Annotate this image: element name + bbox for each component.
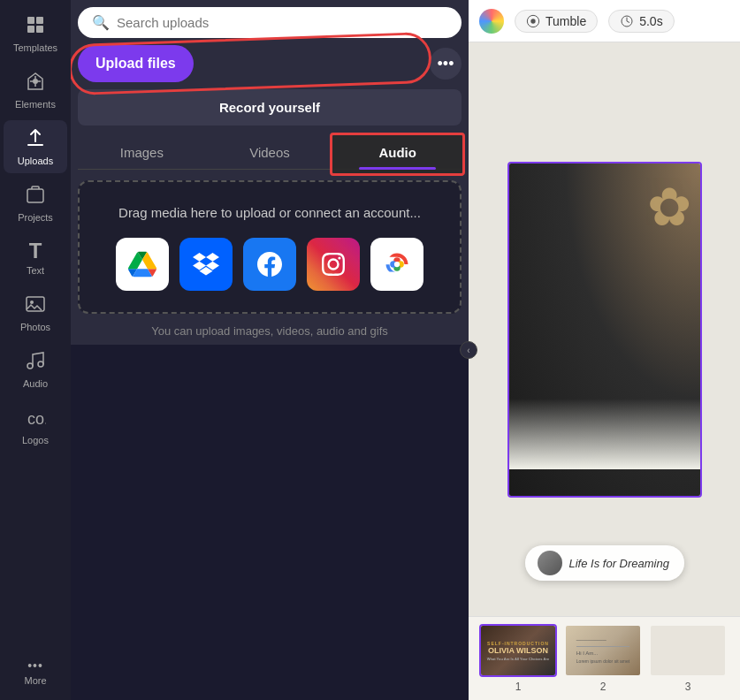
svg-rect-0 bbox=[27, 17, 34, 24]
floral-decoration: ✿ bbox=[647, 181, 691, 234]
service-icons bbox=[116, 238, 423, 291]
more-icon: ••• bbox=[27, 659, 43, 672]
google-drive-button[interactable] bbox=[116, 238, 169, 291]
upload-panel: 🔍 Upload files ••• Record yourself Image… bbox=[71, 0, 469, 700]
tumble-button[interactable]: Tumble bbox=[515, 10, 598, 33]
slide-viewport: ✿ Life Is for Dreaming bbox=[469, 42, 740, 616]
sidebar-item-logos[interactable]: co. Logos bbox=[4, 399, 67, 453]
color-orb[interactable] bbox=[479, 9, 504, 34]
canvas-area: Tumble 5.0s ✿ Life Is for Dreaming bbox=[469, 0, 740, 700]
uploads-icon bbox=[25, 127, 46, 152]
filmstrip-slide-3[interactable]: 3 bbox=[649, 624, 727, 693]
thumb-bg bbox=[651, 626, 725, 675]
audio-icon bbox=[25, 350, 46, 375]
text-icon: T bbox=[29, 240, 42, 262]
sidebar-item-label: Templates bbox=[13, 42, 57, 53]
music-pill[interactable]: Life Is for Dreaming bbox=[525, 545, 684, 581]
sidebar-item-label: Elements bbox=[15, 99, 56, 110]
film-thumb-image-2: ──────── Hi I Am... Lorem ipsum dolor si… bbox=[564, 624, 642, 677]
upload-btn-wrapper: Upload files bbox=[78, 45, 423, 82]
search-input[interactable] bbox=[117, 15, 447, 30]
sidebar-item-label: Projects bbox=[18, 212, 53, 223]
svg-point-9 bbox=[38, 361, 43, 367]
timer-button[interactable]: 5.0s bbox=[608, 10, 674, 33]
thumb-bg: ──────── Hi I Am... Lorem ipsum dolor si… bbox=[566, 626, 640, 675]
svg-point-17 bbox=[530, 19, 535, 23]
templates-icon bbox=[25, 14, 46, 39]
panel-collapse-handle[interactable]: ‹ bbox=[460, 341, 477, 359]
file-type-tabs: Images Videos Audio bbox=[78, 136, 462, 170]
sidebar-item-label: Photos bbox=[20, 322, 50, 332]
slide-number-1: 1 bbox=[515, 681, 522, 693]
more-options-button[interactable]: ••• bbox=[430, 48, 462, 80]
projects-icon bbox=[25, 184, 46, 209]
film-thumb-image-3 bbox=[649, 624, 727, 677]
music-avatar bbox=[538, 551, 562, 575]
search-bar: 🔍 bbox=[78, 7, 462, 38]
music-title: Life Is for Dreaming bbox=[569, 557, 669, 570]
logos-icon: co. bbox=[25, 407, 46, 431]
svg-point-15 bbox=[394, 261, 400, 266]
tab-audio[interactable]: Audio bbox=[333, 136, 462, 169]
svg-point-4 bbox=[33, 79, 38, 84]
sidebar: Templates Elements Uploads Proje bbox=[0, 0, 71, 700]
google-photos-button[interactable] bbox=[370, 238, 423, 291]
timer-label: 5.0s bbox=[639, 14, 662, 28]
sidebar-item-audio[interactable]: Audio bbox=[4, 343, 67, 396]
slide-card[interactable]: ✿ bbox=[507, 162, 702, 498]
tab-audio-wrapper: Audio bbox=[333, 136, 462, 169]
sidebar-item-label: Uploads bbox=[18, 156, 53, 166]
sidebar-item-templates[interactable]: Templates bbox=[4, 7, 67, 60]
slide-background: ✿ bbox=[509, 164, 700, 496]
drop-area-text: Drag media here to upload or connect an … bbox=[118, 203, 421, 224]
sidebar-item-label: Text bbox=[27, 265, 44, 276]
svg-point-8 bbox=[27, 363, 33, 369]
sidebar-item-label: Audio bbox=[23, 378, 48, 389]
upload-hint: You can upload images, videos, audio and… bbox=[78, 324, 462, 338]
instagram-button[interactable] bbox=[307, 238, 360, 291]
slide-number-2: 2 bbox=[600, 681, 606, 693]
sidebar-item-elements[interactable]: Elements bbox=[4, 64, 67, 117]
elements-icon bbox=[25, 71, 46, 95]
svg-rect-1 bbox=[36, 17, 43, 24]
svg-point-7 bbox=[30, 301, 34, 304]
sidebar-item-uploads[interactable]: Uploads bbox=[4, 120, 67, 173]
sidebar-item-label: More bbox=[24, 675, 46, 686]
svg-rect-6 bbox=[27, 297, 44, 311]
filmstrip-slide-1[interactable]: SELF-INTRODUCTION OLIVIA WILSON What You… bbox=[479, 624, 557, 693]
drop-area: Drag media here to upload or connect an … bbox=[78, 180, 462, 314]
photos-icon bbox=[25, 293, 46, 318]
sidebar-item-text[interactable]: T Text bbox=[4, 233, 67, 283]
tab-images[interactable]: Images bbox=[78, 136, 206, 169]
svg-text:co.: co. bbox=[27, 410, 46, 428]
record-yourself-button[interactable]: Record yourself bbox=[78, 89, 462, 126]
svg-rect-3 bbox=[36, 26, 43, 33]
tumble-label: Tumble bbox=[545, 14, 586, 28]
film-thumb-image-1: SELF-INTRODUCTION OLIVIA WILSON What You… bbox=[479, 624, 557, 677]
canvas-topbar: Tumble 5.0s bbox=[469, 0, 740, 42]
svg-rect-5 bbox=[27, 189, 43, 202]
thumb-bg: SELF-INTRODUCTION OLIVIA WILSON What You… bbox=[481, 626, 555, 675]
tab-videos[interactable]: Videos bbox=[206, 136, 334, 169]
upload-row: Upload files ••• bbox=[78, 45, 462, 82]
upload-files-button[interactable]: Upload files bbox=[78, 45, 194, 82]
filmstrip-slide-2[interactable]: ──────── Hi I Am... Lorem ipsum dolor si… bbox=[564, 624, 642, 693]
snow-decoration bbox=[509, 399, 700, 469]
filmstrip: SELF-INTRODUCTION OLIVIA WILSON What You… bbox=[469, 616, 740, 700]
sidebar-item-projects[interactable]: Projects bbox=[4, 177, 67, 230]
sidebar-item-photos[interactable]: Photos bbox=[4, 286, 67, 339]
sidebar-item-label: Logos bbox=[22, 435, 49, 445]
slide-number-3: 3 bbox=[685, 681, 691, 693]
sidebar-item-more[interactable]: ••• More bbox=[4, 652, 67, 693]
dropbox-button[interactable] bbox=[179, 238, 233, 291]
svg-rect-2 bbox=[27, 26, 34, 33]
facebook-button[interactable] bbox=[243, 238, 296, 291]
search-icon: 🔍 bbox=[92, 14, 110, 31]
